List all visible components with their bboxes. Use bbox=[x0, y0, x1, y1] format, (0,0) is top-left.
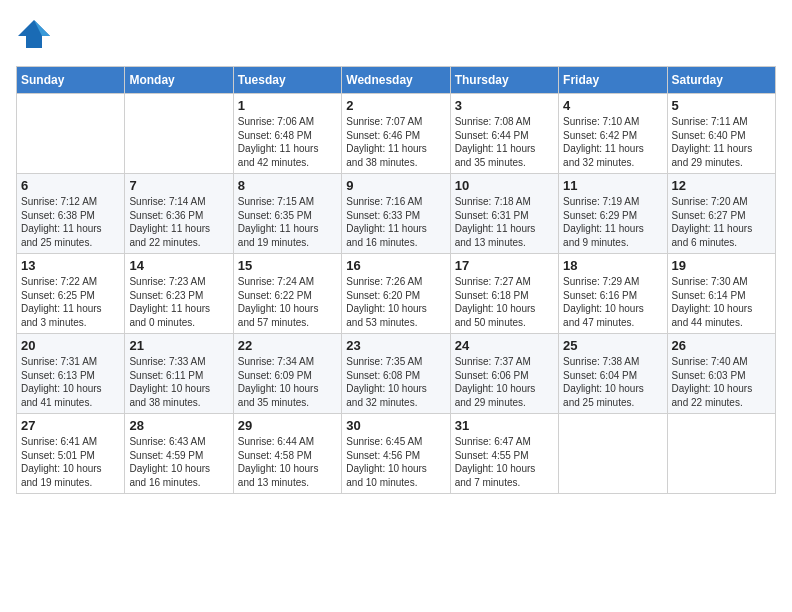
calendar-cell: 8Sunrise: 7:15 AMSunset: 6:35 PMDaylight… bbox=[233, 174, 341, 254]
daylight-text: Daylight: 10 hours and 32 minutes. bbox=[346, 382, 445, 409]
calendar-cell: 21Sunrise: 7:33 AMSunset: 6:11 PMDayligh… bbox=[125, 334, 233, 414]
day-number: 25 bbox=[563, 338, 662, 353]
calendar-week-row: 27Sunrise: 6:41 AMSunset: 5:01 PMDayligh… bbox=[17, 414, 776, 494]
daylight-text: Daylight: 11 hours and 3 minutes. bbox=[21, 302, 120, 329]
daylight-text: Daylight: 10 hours and 16 minutes. bbox=[129, 462, 228, 489]
sunset-text: Sunset: 6:20 PM bbox=[346, 289, 445, 303]
sunset-text: Sunset: 6:46 PM bbox=[346, 129, 445, 143]
sunrise-text: Sunrise: 7:15 AM bbox=[238, 195, 337, 209]
sunrise-text: Sunrise: 6:43 AM bbox=[129, 435, 228, 449]
calendar-cell: 4Sunrise: 7:10 AMSunset: 6:42 PMDaylight… bbox=[559, 94, 667, 174]
daylight-text: Daylight: 11 hours and 35 minutes. bbox=[455, 142, 554, 169]
calendar-cell: 14Sunrise: 7:23 AMSunset: 6:23 PMDayligh… bbox=[125, 254, 233, 334]
daylight-text: Daylight: 10 hours and 47 minutes. bbox=[563, 302, 662, 329]
day-number: 7 bbox=[129, 178, 228, 193]
sunset-text: Sunset: 6:36 PM bbox=[129, 209, 228, 223]
calendar-cell: 23Sunrise: 7:35 AMSunset: 6:08 PMDayligh… bbox=[342, 334, 450, 414]
sunrise-text: Sunrise: 7:26 AM bbox=[346, 275, 445, 289]
sunset-text: Sunset: 5:01 PM bbox=[21, 449, 120, 463]
sunrise-text: Sunrise: 6:44 AM bbox=[238, 435, 337, 449]
calendar-cell: 15Sunrise: 7:24 AMSunset: 6:22 PMDayligh… bbox=[233, 254, 341, 334]
sunrise-text: Sunrise: 7:08 AM bbox=[455, 115, 554, 129]
sunset-text: Sunset: 6:31 PM bbox=[455, 209, 554, 223]
sunrise-text: Sunrise: 7:31 AM bbox=[21, 355, 120, 369]
sunset-text: Sunset: 6:03 PM bbox=[672, 369, 771, 383]
sunset-text: Sunset: 6:08 PM bbox=[346, 369, 445, 383]
daylight-text: Daylight: 11 hours and 29 minutes. bbox=[672, 142, 771, 169]
sunset-text: Sunset: 6:09 PM bbox=[238, 369, 337, 383]
calendar-cell: 20Sunrise: 7:31 AMSunset: 6:13 PMDayligh… bbox=[17, 334, 125, 414]
sunrise-text: Sunrise: 7:35 AM bbox=[346, 355, 445, 369]
weekday-header: Monday bbox=[125, 67, 233, 94]
weekday-header: Friday bbox=[559, 67, 667, 94]
calendar-week-row: 20Sunrise: 7:31 AMSunset: 6:13 PMDayligh… bbox=[17, 334, 776, 414]
daylight-text: Daylight: 11 hours and 13 minutes. bbox=[455, 222, 554, 249]
daylight-text: Daylight: 10 hours and 53 minutes. bbox=[346, 302, 445, 329]
daylight-text: Daylight: 11 hours and 19 minutes. bbox=[238, 222, 337, 249]
daylight-text: Daylight: 10 hours and 38 minutes. bbox=[129, 382, 228, 409]
calendar-cell: 17Sunrise: 7:27 AMSunset: 6:18 PMDayligh… bbox=[450, 254, 558, 334]
sunset-text: Sunset: 6:23 PM bbox=[129, 289, 228, 303]
day-number: 14 bbox=[129, 258, 228, 273]
calendar-cell bbox=[667, 414, 775, 494]
sunrise-text: Sunrise: 7:22 AM bbox=[21, 275, 120, 289]
day-number: 12 bbox=[672, 178, 771, 193]
daylight-text: Daylight: 10 hours and 29 minutes. bbox=[455, 382, 554, 409]
day-number: 22 bbox=[238, 338, 337, 353]
calendar-cell: 3Sunrise: 7:08 AMSunset: 6:44 PMDaylight… bbox=[450, 94, 558, 174]
sunrise-text: Sunrise: 7:14 AM bbox=[129, 195, 228, 209]
sunset-text: Sunset: 6:44 PM bbox=[455, 129, 554, 143]
day-number: 24 bbox=[455, 338, 554, 353]
daylight-text: Daylight: 10 hours and 44 minutes. bbox=[672, 302, 771, 329]
daylight-text: Daylight: 11 hours and 9 minutes. bbox=[563, 222, 662, 249]
calendar-cell: 11Sunrise: 7:19 AMSunset: 6:29 PMDayligh… bbox=[559, 174, 667, 254]
sunrise-text: Sunrise: 7:20 AM bbox=[672, 195, 771, 209]
day-number: 3 bbox=[455, 98, 554, 113]
day-number: 8 bbox=[238, 178, 337, 193]
day-number: 13 bbox=[21, 258, 120, 273]
calendar-cell: 7Sunrise: 7:14 AMSunset: 6:36 PMDaylight… bbox=[125, 174, 233, 254]
day-number: 11 bbox=[563, 178, 662, 193]
calendar-cell: 24Sunrise: 7:37 AMSunset: 6:06 PMDayligh… bbox=[450, 334, 558, 414]
day-number: 16 bbox=[346, 258, 445, 273]
weekday-header: Sunday bbox=[17, 67, 125, 94]
sunrise-text: Sunrise: 7:19 AM bbox=[563, 195, 662, 209]
weekday-header: Wednesday bbox=[342, 67, 450, 94]
day-number: 17 bbox=[455, 258, 554, 273]
sunset-text: Sunset: 6:06 PM bbox=[455, 369, 554, 383]
daylight-text: Daylight: 10 hours and 13 minutes. bbox=[238, 462, 337, 489]
daylight-text: Daylight: 11 hours and 38 minutes. bbox=[346, 142, 445, 169]
calendar-cell: 25Sunrise: 7:38 AMSunset: 6:04 PMDayligh… bbox=[559, 334, 667, 414]
day-number: 23 bbox=[346, 338, 445, 353]
sunset-text: Sunset: 6:27 PM bbox=[672, 209, 771, 223]
sunrise-text: Sunrise: 7:38 AM bbox=[563, 355, 662, 369]
sunrise-text: Sunrise: 6:41 AM bbox=[21, 435, 120, 449]
calendar-cell: 18Sunrise: 7:29 AMSunset: 6:16 PMDayligh… bbox=[559, 254, 667, 334]
sunset-text: Sunset: 6:04 PM bbox=[563, 369, 662, 383]
calendar-cell: 29Sunrise: 6:44 AMSunset: 4:58 PMDayligh… bbox=[233, 414, 341, 494]
day-number: 18 bbox=[563, 258, 662, 273]
sunrise-text: Sunrise: 7:18 AM bbox=[455, 195, 554, 209]
sunrise-text: Sunrise: 7:24 AM bbox=[238, 275, 337, 289]
day-number: 6 bbox=[21, 178, 120, 193]
day-number: 1 bbox=[238, 98, 337, 113]
sunset-text: Sunset: 6:13 PM bbox=[21, 369, 120, 383]
sunrise-text: Sunrise: 7:34 AM bbox=[238, 355, 337, 369]
sunset-text: Sunset: 6:16 PM bbox=[563, 289, 662, 303]
calendar-cell: 13Sunrise: 7:22 AMSunset: 6:25 PMDayligh… bbox=[17, 254, 125, 334]
sunrise-text: Sunrise: 7:29 AM bbox=[563, 275, 662, 289]
sunset-text: Sunset: 6:14 PM bbox=[672, 289, 771, 303]
calendar-cell: 31Sunrise: 6:47 AMSunset: 4:55 PMDayligh… bbox=[450, 414, 558, 494]
calendar-cell bbox=[559, 414, 667, 494]
day-number: 26 bbox=[672, 338, 771, 353]
sunrise-text: Sunrise: 7:07 AM bbox=[346, 115, 445, 129]
calendar-cell: 27Sunrise: 6:41 AMSunset: 5:01 PMDayligh… bbox=[17, 414, 125, 494]
sunset-text: Sunset: 6:40 PM bbox=[672, 129, 771, 143]
calendar-week-row: 1Sunrise: 7:06 AMSunset: 6:48 PMDaylight… bbox=[17, 94, 776, 174]
calendar-cell bbox=[17, 94, 125, 174]
sunrise-text: Sunrise: 6:47 AM bbox=[455, 435, 554, 449]
calendar-cell bbox=[125, 94, 233, 174]
weekday-header: Saturday bbox=[667, 67, 775, 94]
daylight-text: Daylight: 10 hours and 25 minutes. bbox=[563, 382, 662, 409]
calendar-cell: 16Sunrise: 7:26 AMSunset: 6:20 PMDayligh… bbox=[342, 254, 450, 334]
